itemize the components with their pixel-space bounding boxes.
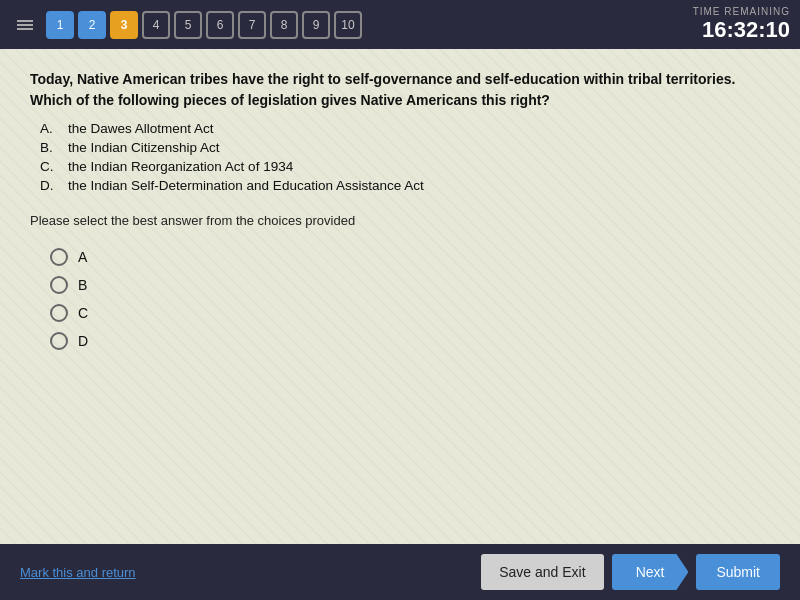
choice-letter: A. xyxy=(40,121,60,136)
question-number-5[interactable]: 5 xyxy=(174,11,202,39)
timer-label: TIME REMAINING xyxy=(693,6,790,17)
choice-letter: C. xyxy=(40,159,60,174)
answer-choice-C: C.the Indian Reorganization Act of 1934 xyxy=(40,159,770,174)
choice-text: the Indian Citizenship Act xyxy=(68,140,220,155)
svg-rect-2 xyxy=(17,28,33,30)
question-number-9[interactable]: 9 xyxy=(302,11,330,39)
radio-circle-A[interactable] xyxy=(50,248,68,266)
question-text: Today, Native American tribes have the r… xyxy=(30,69,770,111)
bottom-buttons: Save and Exit Next Submit xyxy=(481,554,780,590)
question-number-3[interactable]: 3 xyxy=(110,11,138,39)
radio-circle-D[interactable] xyxy=(50,332,68,350)
timer-block: TIME REMAINING 16:32:10 xyxy=(693,6,790,43)
menu-icon[interactable] xyxy=(10,10,40,40)
radio-label-C: C xyxy=(78,305,88,321)
submit-button[interactable]: Submit xyxy=(696,554,780,590)
radio-option-A[interactable]: A xyxy=(50,248,770,266)
bottom-bar: Mark this and return Save and Exit Next … xyxy=(0,544,800,600)
question-number-bar: 12345678910 xyxy=(46,11,362,39)
question-line1: Today, Native American tribes have the r… xyxy=(30,71,735,87)
choice-letter: B. xyxy=(40,140,60,155)
question-line2: Which of the following pieces of legisla… xyxy=(30,92,550,108)
question-number-7[interactable]: 7 xyxy=(238,11,266,39)
radio-circle-B[interactable] xyxy=(50,276,68,294)
question-number-8[interactable]: 8 xyxy=(270,11,298,39)
choice-text: the Indian Reorganization Act of 1934 xyxy=(68,159,293,174)
timer-value: 16:32:10 xyxy=(693,17,790,43)
radio-label-A: A xyxy=(78,249,87,265)
radio-label-B: B xyxy=(78,277,87,293)
choice-text: the Indian Self-Determination and Educat… xyxy=(68,178,424,193)
radio-label-D: D xyxy=(78,333,88,349)
next-button[interactable]: Next xyxy=(612,554,689,590)
radio-option-C[interactable]: C xyxy=(50,304,770,322)
main-content: Today, Native American tribes have the r… xyxy=(0,49,800,544)
svg-rect-0 xyxy=(17,20,33,22)
question-number-6[interactable]: 6 xyxy=(206,11,234,39)
radio-option-B[interactable]: B xyxy=(50,276,770,294)
answer-choice-D: D.the Indian Self-Determination and Educ… xyxy=(40,178,770,193)
save-exit-button[interactable]: Save and Exit xyxy=(481,554,603,590)
question-number-4[interactable]: 4 xyxy=(142,11,170,39)
radio-circle-C[interactable] xyxy=(50,304,68,322)
question-number-10[interactable]: 10 xyxy=(334,11,362,39)
radio-options: A B C D xyxy=(50,248,770,350)
choice-text: the Dawes Allotment Act xyxy=(68,121,214,136)
question-number-2[interactable]: 2 xyxy=(78,11,106,39)
answer-choice-A: A.the Dawes Allotment Act xyxy=(40,121,770,136)
instruction-text: Please select the best answer from the c… xyxy=(30,213,770,228)
answer-choice-B: B.the Indian Citizenship Act xyxy=(40,140,770,155)
radio-option-D[interactable]: D xyxy=(50,332,770,350)
svg-rect-1 xyxy=(17,24,33,26)
answer-choices: A.the Dawes Allotment ActB.the Indian Ci… xyxy=(40,121,770,193)
mark-return-link[interactable]: Mark this and return xyxy=(20,565,136,580)
question-number-1[interactable]: 1 xyxy=(46,11,74,39)
top-bar: 12345678910 TIME REMAINING 16:32:10 xyxy=(0,0,800,49)
choice-letter: D. xyxy=(40,178,60,193)
